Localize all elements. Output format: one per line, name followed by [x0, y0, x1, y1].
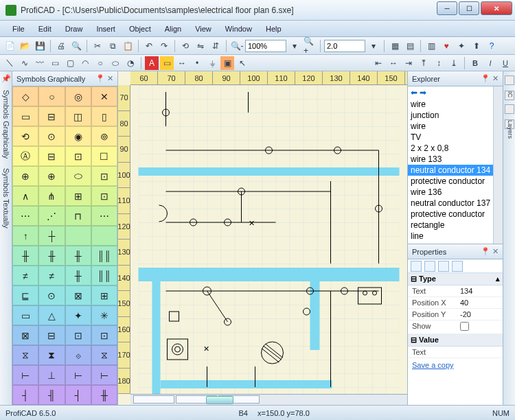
list-item[interactable]: protective conductor: [408, 176, 503, 187]
italic-icon[interactable]: I: [483, 56, 497, 70]
menu-object[interactable]: Object: [122, 22, 158, 36]
list-item[interactable]: rectangle: [408, 220, 503, 231]
zoom-dropdown-icon[interactable]: ▾: [288, 39, 301, 53]
scroll-thumb[interactable]: [206, 396, 233, 404]
explorer-list[interactable]: ⬅ ➡ wire junction wire TV 2 x 2 x 0,8 wi…: [408, 86, 503, 244]
prop-icon[interactable]: [424, 261, 435, 272]
step-input[interactable]: [324, 40, 365, 52]
rect-icon[interactable]: ▭: [48, 56, 62, 70]
export-icon[interactable]: ⬆: [470, 39, 483, 53]
flip-h-icon[interactable]: ⇋: [194, 39, 207, 53]
tab-layers-icon[interactable]: [505, 104, 514, 114]
cut-icon[interactable]: ✂: [91, 39, 104, 53]
polyline-icon[interactable]: ∿: [18, 56, 32, 70]
save-icon[interactable]: 💾: [33, 39, 47, 53]
minimize-button[interactable]: ─: [437, 1, 457, 15]
align-top-icon[interactable]: ⤒: [417, 56, 431, 70]
horizontal-scrollbar[interactable]: [130, 394, 407, 405]
line-icon[interactable]: ＼: [3, 56, 16, 70]
text-icon[interactable]: A: [145, 56, 159, 70]
select-icon[interactable]: ▣: [220, 56, 234, 70]
list-item[interactable]: wire: [408, 99, 503, 110]
layers-icon[interactable]: ▥: [424, 39, 438, 53]
menu-align[interactable]: Align: [158, 22, 188, 36]
menu-draw[interactable]: Draw: [58, 22, 90, 36]
menu-view[interactable]: View: [188, 22, 218, 36]
prop-pin-icon[interactable]: 📍: [481, 247, 490, 256]
doc-icon[interactable]: ▤: [403, 39, 417, 53]
page-tab[interactable]: [133, 395, 174, 404]
bold-icon[interactable]: B: [468, 56, 482, 70]
menu-file[interactable]: File: [5, 22, 32, 36]
zoom-out-icon[interactable]: 🔍-: [230, 39, 244, 53]
step-dropdown-icon[interactable]: ▾: [367, 39, 380, 53]
save-copy-link[interactable]: Save a copy: [408, 358, 503, 372]
menu-window[interactable]: Window: [218, 22, 259, 36]
align-left-icon[interactable]: ⇤: [371, 56, 385, 70]
menu-edit[interactable]: Edit: [32, 22, 58, 36]
section-type[interactable]: ⊟ Type▴: [408, 273, 503, 285]
menu-help[interactable]: Help: [259, 22, 288, 36]
pointer-icon[interactable]: ↖: [236, 56, 249, 70]
align-mid-icon[interactable]: ↕: [432, 56, 446, 70]
dim-icon[interactable]: ↔: [175, 56, 189, 70]
rotate-icon[interactable]: ⟲: [179, 39, 192, 53]
prop-close-icon[interactable]: ✕: [492, 247, 499, 256]
list-item[interactable]: wire 136: [408, 187, 503, 198]
label-icon[interactable]: ▭: [160, 56, 174, 70]
circle-icon[interactable]: ○: [93, 56, 107, 70]
preview-icon[interactable]: 🔍: [69, 39, 83, 53]
tab-symbols-textually[interactable]: Symbols Textually: [2, 165, 10, 231]
list-item-selected[interactable]: neutral conductor 134: [408, 165, 503, 176]
star-icon[interactable]: ✦: [455, 39, 468, 53]
list-item[interactable]: TV: [408, 132, 503, 143]
prop-icon[interactable]: [452, 261, 463, 272]
print-icon[interactable]: 🖨: [54, 39, 68, 53]
symbol-grid[interactable]: ◇○◎✕ ▭⊟◫▯ ⟲⊙◉⊚ Ⓐ⊟⊡☐ ⊕⊕⬭⊡ ∧⋔⊞⊡ ⋯⋰⊓⋯ ↑┼ ╫╫…: [12, 86, 117, 405]
copy-icon[interactable]: ⧉: [106, 39, 119, 53]
list-item[interactable]: neutral conductor 137: [408, 198, 503, 209]
heart-icon[interactable]: ♥: [439, 39, 453, 53]
tab-symbols-graphically[interactable]: Symbols Graphically: [2, 87, 10, 161]
node-icon[interactable]: •: [190, 56, 204, 70]
list-item[interactable]: protective conductor: [408, 209, 503, 220]
paste-icon[interactable]: 📋: [121, 39, 135, 53]
undo-icon[interactable]: ↶: [142, 39, 156, 53]
ground-icon[interactable]: ⏚: [205, 56, 219, 70]
collapse-icon[interactable]: ▴: [496, 275, 500, 283]
prop-value[interactable]: -20: [457, 309, 503, 320]
explorer-scrollbar[interactable]: [493, 86, 503, 244]
section-value[interactable]: ⊟ Value: [408, 334, 503, 347]
palette-pin-icon[interactable]: 📍: [95, 74, 105, 83]
zoom-input[interactable]: [245, 40, 286, 52]
zoom-in-icon[interactable]: 🔍+: [303, 39, 317, 53]
list-item[interactable]: junction: [408, 110, 503, 121]
explorer-pin-icon[interactable]: 📍: [481, 74, 490, 83]
prop-value[interactable]: 40: [457, 297, 503, 308]
explorer-close-icon[interactable]: ✕: [492, 74, 499, 83]
list-item[interactable]: wire: [408, 121, 503, 132]
tab-ic-icon[interactable]: [505, 75, 514, 85]
prop-icon[interactable]: [438, 261, 449, 272]
list-item[interactable]: wire 133: [408, 154, 503, 165]
drawing-area[interactable]: ✕ ✕: [130, 85, 407, 394]
arc-icon[interactable]: ◠: [78, 56, 92, 70]
maximize-button[interactable]: ☐: [459, 1, 479, 15]
menu-insert[interactable]: Insert: [89, 22, 122, 36]
nav-arrows[interactable]: ⬅ ➡: [408, 86, 503, 99]
redo-icon[interactable]: ↷: [157, 39, 171, 53]
align-bot-icon[interactable]: ⤓: [447, 56, 461, 70]
prop-icon[interactable]: [411, 261, 422, 272]
list-item[interactable]: 2 x 2 x 0,8: [408, 143, 503, 154]
new-icon[interactable]: 📄: [3, 39, 16, 53]
list-item[interactable]: line: [408, 231, 503, 242]
ellipse-icon[interactable]: ⬭: [108, 56, 122, 70]
grid-icon[interactable]: ▦: [388, 39, 402, 53]
pie-icon[interactable]: ◔: [124, 56, 137, 70]
pin-icon[interactable]: 📌: [1, 74, 11, 83]
prop-value[interactable]: [457, 347, 503, 358]
tab-layers[interactable]: Layers: [505, 119, 514, 129]
align-right-icon[interactable]: ⇥: [402, 56, 415, 70]
help-icon[interactable]: ?: [485, 39, 499, 53]
under-icon[interactable]: U: [499, 56, 512, 70]
